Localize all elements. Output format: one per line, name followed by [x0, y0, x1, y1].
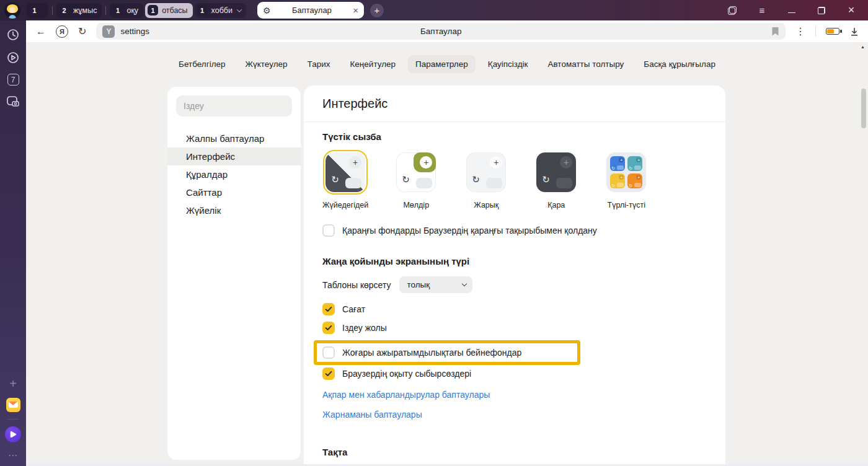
tab-count-badge: 2	[59, 5, 69, 15]
theme-picker: + ↻ Жүйедегідей + ↻	[322, 150, 707, 209]
theme-label: Түрлі-түсті	[608, 201, 645, 209]
tab-group-label: жұмыс	[73, 6, 97, 15]
battery-fill	[827, 29, 834, 33]
new-tab-button[interactable]: +	[370, 4, 384, 17]
tab-close-icon[interactable]: ×	[353, 6, 358, 15]
checkbox-search-bar[interactable]: Іздеу жолы	[322, 322, 707, 334]
refresh-icon: ↻	[472, 175, 480, 184]
kebab-menu-button[interactable]: ⋮	[795, 27, 805, 37]
avatar-decor	[9, 7, 16, 13]
theme-ring: + ↻	[534, 150, 578, 195]
nav-tab-history[interactable]: Тарих	[300, 55, 338, 73]
screenshot-button[interactable]	[6, 95, 20, 108]
theme-option-light[interactable]: + ↻ Жарық	[464, 150, 508, 209]
tab-group-1[interactable]: 1	[27, 3, 48, 18]
theme-option-transparent[interactable]: + ↻ Мөлдір	[394, 150, 438, 209]
refresh-icon: ↻	[331, 175, 339, 184]
tableau-select[interactable]: толық	[399, 276, 472, 293]
address-bar[interactable]: Y settings Баптаулар	[96, 23, 786, 40]
tab-group-label: оқу	[126, 6, 138, 15]
scroll-up-arrow[interactable]: ▲	[861, 45, 865, 49]
nav-tab-bookmarks[interactable]: Бетбелгілер	[171, 55, 232, 73]
group-separator	[105, 6, 106, 15]
checkbox-dark-backgrounds[interactable]: Қараңғы фондарды Браузердің қараңғы тақы…	[322, 224, 707, 237]
link-ads-settings[interactable]: Жарнаманы баптаулары	[322, 410, 707, 420]
minimize-icon	[788, 12, 795, 14]
theme-thumbnail: + ↻	[326, 152, 365, 192]
browser-menu-button[interactable]: ≡	[756, 5, 768, 16]
downloads-button[interactable]	[849, 27, 859, 37]
tabs-counter-button[interactable]: 7	[7, 74, 19, 86]
decor-rect	[416, 178, 432, 188]
mini-tile: +↻	[627, 174, 642, 188]
theme-selected-ring: + ↻	[323, 150, 368, 195]
checkbox-checked[interactable]	[322, 322, 335, 334]
scrollbar: ▲	[859, 42, 868, 466]
restore-icon	[818, 7, 825, 14]
yandex-home-icon[interactable]: Я	[56, 25, 68, 38]
tab-group-study[interactable]: 1 оқу	[110, 3, 143, 18]
active-tab-settings[interactable]: ⚙ Баптаулар ×	[257, 2, 364, 19]
nav-tab-settings-selected[interactable]: Параметрлер	[408, 55, 476, 73]
minimize-button[interactable]	[786, 5, 797, 16]
checkbox-browser-tips[interactable]: Браузердің оқыту сыбырсөздері	[322, 367, 707, 380]
media-button[interactable]	[6, 51, 20, 64]
sidebar-item-tools[interactable]: Құралдар	[167, 165, 301, 183]
profile-avatar[interactable]	[4, 2, 20, 19]
reload-button[interactable]: ↻	[78, 27, 86, 37]
theme-thumbnail: + ↻	[536, 152, 576, 192]
sidebar-item-general[interactable]: Жалпы баптаулар	[167, 130, 301, 147]
section-color-scheme: Түстік сызба	[322, 131, 707, 142]
decor-rect	[486, 178, 502, 188]
nav-tab-extensions[interactable]: Кеңейтулер	[343, 55, 404, 73]
section-panel: Тақта	[322, 447, 707, 457]
nav-tab-other-devices[interactable]: Басқа құрылғылар	[636, 55, 723, 73]
settings-page: Бетбелгілер Жүктеулер Тарих Кеңейтулер П…	[26, 42, 868, 466]
plus-icon: +	[490, 156, 502, 169]
bookmark-icon[interactable]	[771, 27, 779, 37]
browser-window: 1 2 жұмыс 1 оқу 1 отбасы 1 хобби	[0, 0, 868, 466]
nav-tab-downloads[interactable]: Жүктеулер	[238, 55, 295, 73]
sidebar-item-sites[interactable]: Сайттар	[167, 183, 301, 201]
close-window-button[interactable]: ×	[846, 5, 857, 16]
theme-option-system[interactable]: + ↻ Жүйедегідей	[322, 150, 368, 209]
checkbox-clock[interactable]: Сағат	[322, 303, 707, 315]
nav-tab-security[interactable]: Қауіпсіздік	[480, 55, 536, 73]
theme-thumbnail: + ↻	[396, 152, 436, 192]
refresh-icon: ↻	[542, 175, 550, 184]
history-button[interactable]	[6, 28, 20, 42]
add-widget-button[interactable]: +	[9, 377, 17, 390]
checkbox-unchecked[interactable]	[322, 346, 335, 359]
alice-assistant-button[interactable]	[5, 426, 21, 442]
scrollbar-thumb[interactable]	[861, 89, 866, 128]
checkbox-label: Іздеу жолы	[342, 323, 387, 333]
tab-panels-button[interactable]	[727, 5, 738, 16]
tab-group-label: хобби	[211, 6, 232, 15]
checkbox-hd-video-backgrounds[interactable]: Жоғары ажыратымдылықтағы бейнефондар	[322, 346, 521, 359]
plus-icon: +	[349, 156, 361, 169]
tab-group-work[interactable]: 2 жұмыс	[56, 3, 102, 18]
link-feed-notifications-settings[interactable]: Ақпар мен хабарландырулар баптаулары	[322, 390, 707, 400]
refresh-icon: ↻	[629, 183, 632, 188]
theme-option-colorful[interactable]: +↻ +↻ +↻ +↻ Түрлі-түсті	[604, 150, 649, 209]
theme-thumbnail: +↻ +↻ +↻ +↻	[606, 152, 646, 192]
search-input[interactable]	[176, 95, 292, 116]
rail-more-button[interactable]: ⋯	[8, 450, 18, 461]
plus-icon: +	[560, 156, 572, 169]
theme-thumbnail: + ↻	[466, 152, 506, 192]
tab-group-family-selected[interactable]: 1 отбасы	[145, 3, 192, 18]
checkbox-checked[interactable]	[322, 367, 335, 380]
theme-option-dark[interactable]: + ↻ Қара	[534, 150, 578, 209]
sidebar-item-system[interactable]: Жүйелік	[167, 201, 301, 219]
mail-button[interactable]	[6, 398, 20, 412]
tab-group-hobby[interactable]: 1 хобби	[195, 3, 246, 18]
sidebar-item-interface-selected[interactable]: Интерфейс	[167, 147, 301, 165]
restore-button[interactable]	[816, 5, 827, 16]
mail-icon	[9, 402, 18, 408]
tab-strip: 1 2 жұмыс 1 оқу 1 отбасы 1 хобби	[0, 0, 868, 20]
nav-tab-autofill[interactable]: Автоматты толтыру	[540, 55, 631, 73]
back-button[interactable]: ←	[36, 27, 46, 37]
checkbox-unchecked[interactable]	[322, 224, 335, 237]
refresh-icon: ↻	[629, 166, 632, 170]
checkbox-checked[interactable]	[322, 303, 335, 315]
